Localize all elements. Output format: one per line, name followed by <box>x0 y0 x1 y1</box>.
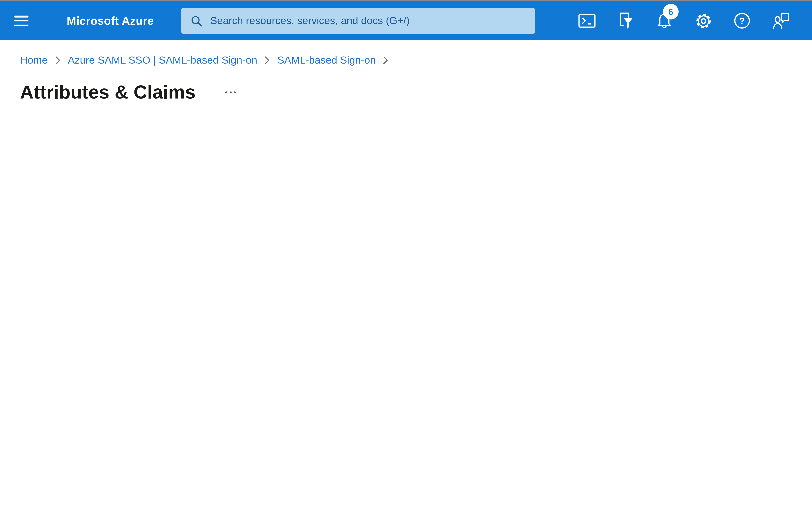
breadcrumb-home[interactable]: Home <box>20 54 48 66</box>
chevron-right-icon <box>55 55 61 64</box>
topbar: Microsoft Azure <box>0 1 812 40</box>
page-context-menu-button[interactable] <box>223 88 238 96</box>
notification-badge: 6 <box>663 4 679 20</box>
title-row: Attributes & Claims <box>0 79 812 105</box>
search-input[interactable] <box>209 14 534 27</box>
azure-portal: Microsoft Azure <box>0 0 812 129</box>
breadcrumb-signon[interactable]: SAML-based Sign-on <box>278 54 376 66</box>
portal-menu-button[interactable] <box>14 16 29 26</box>
filter-icon <box>618 12 633 30</box>
cloudshell-icon <box>578 13 596 29</box>
feedback-person-icon <box>772 12 790 30</box>
window-edge <box>0 0 812 1</box>
gear-icon <box>694 12 712 30</box>
breadcrumb-app[interactable]: Azure SAML SSO | SAML-based Sign-on <box>68 54 257 66</box>
help-button[interactable]: ? <box>728 1 756 40</box>
breadcrumb: Home Azure SAML SSO | SAML-based Sign-on… <box>0 40 812 66</box>
topbar-icon-group: 6 ? <box>573 1 806 40</box>
notifications-button[interactable]: 6 <box>650 1 678 40</box>
global-search[interactable] <box>181 8 534 34</box>
cloud-shell-button[interactable] <box>573 1 601 40</box>
hamburger-icon <box>14 16 29 17</box>
search-icon <box>190 15 203 27</box>
settings-button[interactable] <box>689 1 717 40</box>
ellipsis-icon <box>225 91 227 93</box>
svg-text:?: ? <box>739 16 745 26</box>
directory-filter-button[interactable] <box>611 1 640 40</box>
page-title: Attributes & Claims <box>20 81 196 103</box>
chevron-right-icon <box>264 55 270 64</box>
feedback-button[interactable] <box>767 1 795 40</box>
chevron-right-icon <box>383 55 389 64</box>
brand-title[interactable]: Microsoft Azure <box>67 14 154 28</box>
help-icon: ? <box>734 12 751 29</box>
